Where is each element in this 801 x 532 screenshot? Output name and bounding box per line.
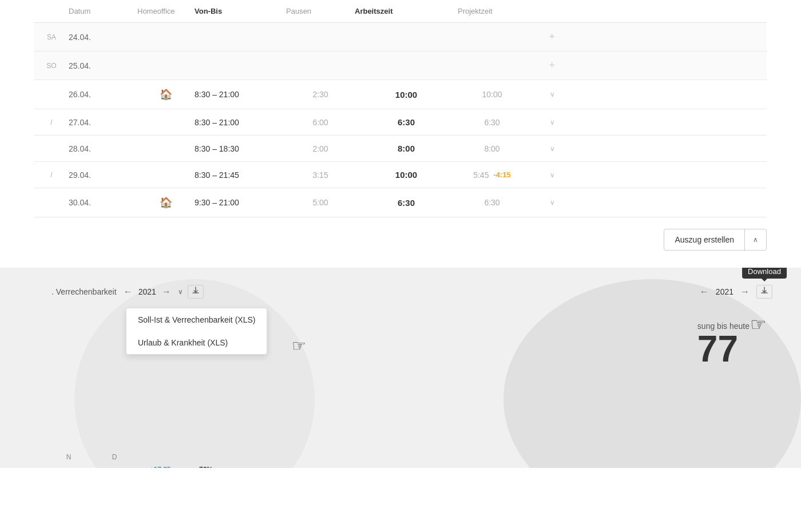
diff-cell: -4:15 bbox=[493, 170, 510, 179]
arbeitszeit-cell: 10:00 bbox=[355, 90, 458, 100]
day-label: / bbox=[34, 118, 69, 126]
date-cell: 26.04. bbox=[69, 90, 137, 99]
dropdown-item-xls[interactable]: Soll-Ist & Verrechenbarkeit (XLS) bbox=[126, 308, 267, 331]
table-row: SO 25.04. + bbox=[34, 51, 767, 80]
date-cell: 29.04. bbox=[69, 170, 137, 180]
table-row: 28.04. 8:30 – 18:30 2:00 8:00 8:00 ∨ bbox=[34, 136, 767, 162]
year-prev-button-right[interactable]: ← bbox=[697, 285, 711, 298]
dropdown-chevron-button[interactable]: ∨ bbox=[178, 288, 183, 296]
year-next-button[interactable]: → bbox=[160, 285, 173, 298]
widget-table-row: N D bbox=[46, 451, 320, 463]
header-pausen: Pausen bbox=[286, 7, 355, 15]
date-cell: 24.04. bbox=[69, 33, 137, 42]
date-cell: 25.04. bbox=[69, 61, 137, 70]
table-row: SA 24.04. + bbox=[34, 23, 767, 51]
homeoffice-icon: 🏠 bbox=[137, 196, 195, 209]
day-label: SO bbox=[34, 62, 69, 70]
projektzeit-with-diff: 5:45 -4:15 bbox=[458, 170, 526, 180]
header-projektzeit: Projektzeit bbox=[458, 7, 526, 15]
projektzeit-cell: 8:00 bbox=[458, 144, 526, 153]
page-wrapper: Datum Homeoffice Von-Bis Pausen Arbeitsz… bbox=[0, 0, 801, 532]
pausen-cell: 6:00 bbox=[286, 118, 355, 127]
table-section: Datum Homeoffice Von-Bis Pausen Arbeitsz… bbox=[0, 0, 801, 268]
widget-right: ← 2021 → Download ☞ sung bis heute 77 bbox=[697, 285, 772, 367]
add-entry-button[interactable]: + bbox=[526, 31, 555, 43]
date-cell: 28.04. bbox=[69, 144, 137, 153]
pausen-cell: 5:00 bbox=[286, 198, 355, 207]
expand-row-button[interactable]: ∨ bbox=[526, 171, 555, 179]
expand-row-button[interactable]: ∨ bbox=[526, 198, 555, 207]
vonbis-cell: 9:30 – 21:00 bbox=[195, 198, 286, 207]
download-icon bbox=[192, 287, 200, 295]
download-button-right-wrapper: Download bbox=[756, 285, 772, 299]
year-label-right: 2021 bbox=[716, 287, 733, 296]
table-row: / 27.04. 8:30 – 21:00 6:00 6:30 6:30 ∨ bbox=[34, 109, 767, 136]
date-cell: 27.04. bbox=[69, 118, 137, 127]
col-pct-value: 76% bbox=[189, 466, 223, 468]
projektzeit-cell: 10:00 bbox=[458, 90, 526, 99]
arbeitszeit-cell: 6:30 bbox=[355, 117, 458, 127]
expand-row-button[interactable]: ∨ bbox=[526, 118, 555, 126]
header-day bbox=[34, 7, 69, 15]
arbeitszeit-cell: 10:00 bbox=[355, 170, 458, 180]
header-action bbox=[526, 7, 555, 15]
arbeitszeit-cell: 6:30 bbox=[355, 198, 458, 208]
widget-left-title: . Verrechenbarkeit bbox=[51, 287, 117, 296]
auszug-erstellen-button[interactable]: Auszug erstellen ∧ bbox=[664, 229, 767, 251]
arbeitszeit-cell: 8:00 bbox=[355, 144, 458, 153]
header-vonbis: Von-Bis bbox=[195, 7, 286, 15]
col-positive-value: +17,25 bbox=[143, 466, 177, 468]
download-icon-right bbox=[760, 287, 768, 295]
table-header: Datum Homeoffice Von-Bis Pausen Arbeitsz… bbox=[34, 0, 767, 23]
right-big-number: 77 bbox=[697, 331, 772, 367]
vonbis-cell: 8:30 – 18:30 bbox=[195, 144, 286, 153]
widget-left: . Verrechenbarkeit ← 2021 → ∨ Soll-Ist &… bbox=[46, 285, 366, 299]
day-label: SA bbox=[34, 33, 69, 41]
table-row: 26.04. 🏠 8:30 – 21:00 2:30 10:00 10:00 ∨ bbox=[34, 80, 767, 109]
widget-table: N D +17,25 76% -160,00 -156,00 bbox=[46, 336, 320, 468]
table-row: / 29.04. 8:30 – 21:45 3:15 10:00 5:45 -4… bbox=[34, 162, 767, 188]
download-tooltip: Download bbox=[742, 268, 787, 279]
projektzeit-cell: 6:30 bbox=[458, 118, 526, 127]
col-d-label: D bbox=[97, 453, 132, 461]
add-entry-button[interactable]: + bbox=[526, 59, 555, 72]
widget-left-header: . Verrechenbarkeit ← 2021 → ∨ bbox=[46, 285, 366, 299]
year-nav-left: ← 2021 → bbox=[121, 285, 173, 298]
col-n-label: N bbox=[51, 453, 86, 461]
auszug-row: Auszug erstellen ∧ bbox=[34, 217, 767, 268]
download-button-left[interactable] bbox=[188, 285, 204, 299]
expand-row-button[interactable]: ∨ bbox=[526, 145, 555, 153]
year-label-left: 2021 bbox=[138, 287, 156, 296]
header-homeoffice: Homeoffice bbox=[137, 7, 195, 15]
auszug-chevron-icon: ∧ bbox=[745, 230, 766, 249]
header-datum: Datum bbox=[69, 7, 137, 15]
year-next-button-right[interactable]: → bbox=[738, 285, 752, 298]
vonbis-cell: 8:30 – 21:00 bbox=[195, 90, 286, 99]
date-cell: 30.04. bbox=[69, 198, 137, 207]
download-button-right[interactable] bbox=[756, 285, 772, 299]
vonbis-cell: 8:30 – 21:45 bbox=[195, 170, 286, 180]
pausen-cell: 2:30 bbox=[286, 90, 355, 99]
header-arbeitszeit: Arbeitszeit bbox=[355, 7, 458, 15]
bottom-section: . Verrechenbarkeit ← 2021 → ∨ Soll-Ist &… bbox=[0, 268, 801, 468]
widget-right-header: ← 2021 → Download bbox=[697, 285, 772, 299]
auszug-button-label: Auszug erstellen bbox=[664, 229, 745, 250]
day-label: / bbox=[34, 171, 69, 179]
year-prev-button[interactable]: ← bbox=[121, 285, 135, 298]
vonbis-cell: 8:30 – 21:00 bbox=[195, 118, 286, 127]
homeoffice-icon: 🏠 bbox=[137, 88, 195, 101]
expand-row-button[interactable]: ∨ bbox=[526, 90, 555, 98]
table-row: 30.04. 🏠 9:30 – 21:00 5:00 6:30 6:30 ∨ bbox=[34, 188, 767, 217]
projektzeit-cell: 6:30 bbox=[458, 198, 526, 207]
projektzeit-cell: 5:45 bbox=[473, 170, 489, 180]
pausen-cell: 3:15 bbox=[286, 170, 355, 180]
pausen-cell: 2:00 bbox=[286, 144, 355, 153]
